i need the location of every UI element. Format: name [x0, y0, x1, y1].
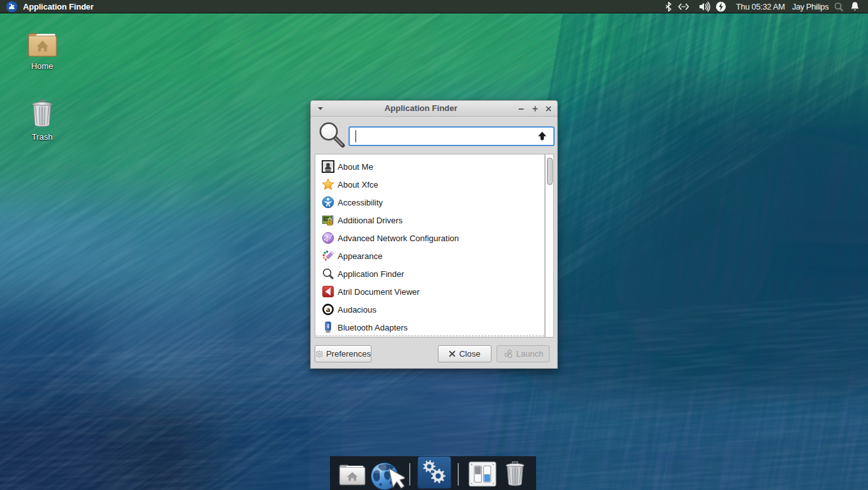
svg-text:a: a — [326, 304, 331, 314]
